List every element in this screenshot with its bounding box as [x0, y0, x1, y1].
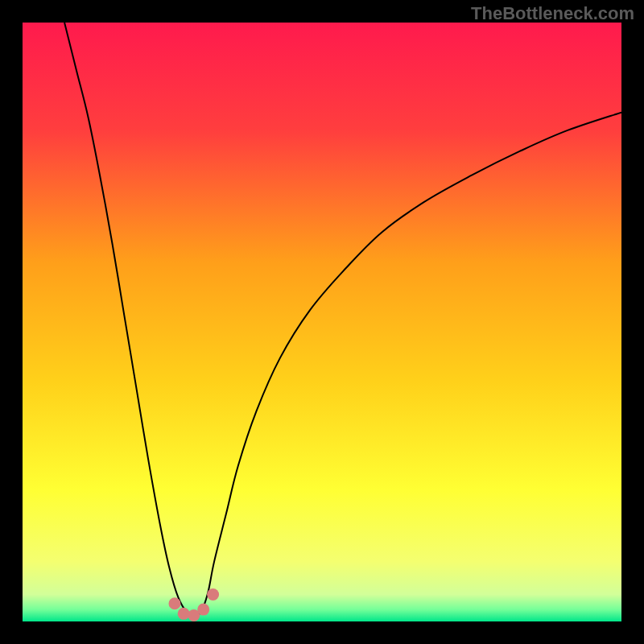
plot-area: [23, 23, 621, 621]
marker-dot: [178, 608, 190, 620]
gradient-background: [23, 23, 621, 621]
chart-svg: [23, 23, 621, 621]
marker-dot: [207, 588, 219, 601]
watermark-text: TheBottleneck.com: [471, 3, 634, 24]
marker-dot: [168, 597, 180, 609]
marker-dot: [197, 604, 209, 616]
